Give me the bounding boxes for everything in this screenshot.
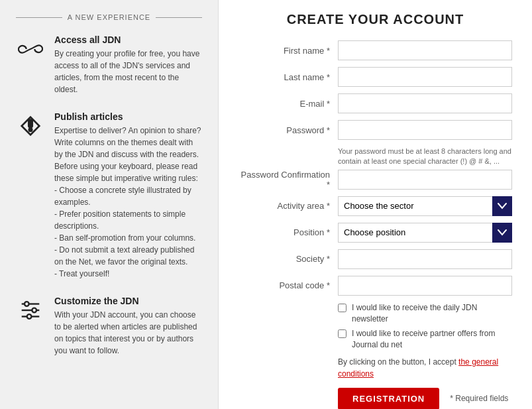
page-title: CREATE YOUR ACCOUNT: [239, 12, 512, 27]
feature-publish-title: Publish articles: [54, 111, 202, 122]
password-label: Password *: [239, 125, 338, 135]
svg-point-8: [32, 308, 36, 313]
register-button[interactable]: REGISTRATION: [338, 388, 439, 409]
activity-area-row: Activity area * Choose the sector: [239, 196, 512, 216]
activity-area-select[interactable]: Choose the sector: [338, 196, 512, 216]
postal-code-input[interactable]: [338, 276, 512, 296]
feature-publish-desc: Expertise to deliver? An opinion to shar…: [54, 125, 202, 280]
terms-text: By clicking on the button, I accept: [338, 357, 458, 367]
pen-icon: [16, 111, 45, 141]
society-input[interactable]: [338, 249, 512, 269]
feature-publish-text: Publish articles Expertise to deliver? A…: [54, 111, 202, 280]
first-name-input[interactable]: [338, 40, 512, 60]
page-wrapper: A NEW EXPERIENCE Access all JDN By creat…: [0, 0, 532, 409]
feature-access-text: Access all JDN By creating your profile …: [54, 34, 202, 95]
password-input[interactable]: [338, 120, 512, 140]
email-row: E-mail *: [239, 93, 512, 113]
partner-checkbox[interactable]: [338, 329, 346, 338]
feature-publish: Publish articles Expertise to deliver? A…: [16, 111, 202, 280]
activity-area-label: Activity area *: [239, 201, 338, 211]
position-label: Position *: [239, 227, 338, 237]
password-confirm-row: Password Confirmation *: [239, 170, 512, 190]
svg-point-7: [25, 302, 29, 306]
email-input[interactable]: [338, 93, 512, 113]
terms-row: By clicking on the button, I accept the …: [338, 356, 512, 380]
partner-checkbox-row: I would like to receive partner offers f…: [338, 328, 512, 351]
first-name-label: First name *: [239, 46, 338, 56]
society-label: Society *: [239, 254, 338, 264]
svg-point-9: [27, 314, 32, 319]
newsletter-checkbox[interactable]: [338, 304, 346, 312]
feature-customize-title: Customize the JDN: [54, 296, 202, 306]
password-row: Password *: [239, 120, 512, 140]
bottom-row: REGISTRATION * Required fields: [338, 388, 512, 409]
infinity-icon: [16, 34, 45, 64]
last-name-row: Last name *: [239, 67, 512, 87]
feature-access-title: Access all JDN: [54, 34, 202, 45]
position-row: Position * Choose position: [239, 223, 512, 243]
password-confirm-label: Password Confirmation *: [239, 170, 338, 190]
left-panel: A NEW EXPERIENCE Access all JDN By creat…: [0, 0, 219, 409]
feature-access: Access all JDN By creating your profile …: [16, 34, 202, 95]
position-select[interactable]: Choose position: [338, 223, 512, 243]
postal-code-label: Postal code *: [239, 280, 338, 290]
feature-customize-text: Customize the JDN With your JDN account,…: [54, 296, 202, 357]
newsletter-checkbox-row: I would like to receive the daily JDN ne…: [338, 302, 512, 325]
password-confirm-input[interactable]: [338, 170, 512, 190]
last-name-label: Last name *: [239, 72, 338, 82]
first-name-row: First name *: [239, 40, 512, 60]
position-wrapper: Choose position: [338, 223, 512, 243]
feature-customize: Customize the JDN With your JDN account,…: [16, 296, 202, 357]
feature-access-desc: By creating your profile for free, you h…: [54, 48, 202, 95]
sliders-icon: [16, 296, 45, 325]
newsletter-label: I would like to receive the daily JDN ne…: [352, 302, 512, 325]
society-row: Society *: [239, 249, 512, 269]
section-title: A NEW EXPERIENCE: [68, 13, 150, 21]
header-line-right: [156, 17, 202, 18]
svg-rect-2: [28, 120, 32, 127]
required-fields-note: * Required fields: [450, 394, 508, 403]
last-name-input[interactable]: [338, 67, 512, 87]
header-line-left: [16, 17, 62, 18]
partner-label: I would like to receive partner offers f…: [352, 328, 512, 351]
right-panel: CREATE YOUR ACCOUNT First name * Last na…: [219, 0, 532, 409]
password-hint: Your password must be at least 8 charact…: [338, 146, 512, 167]
postal-code-row: Postal code *: [239, 276, 512, 296]
activity-area-wrapper: Choose the sector: [338, 196, 512, 216]
svg-point-3: [29, 128, 32, 131]
feature-customize-desc: With your JDN account, you can choose to…: [54, 309, 202, 357]
email-label: E-mail *: [239, 99, 338, 109]
section-header: A NEW EXPERIENCE: [16, 13, 202, 21]
